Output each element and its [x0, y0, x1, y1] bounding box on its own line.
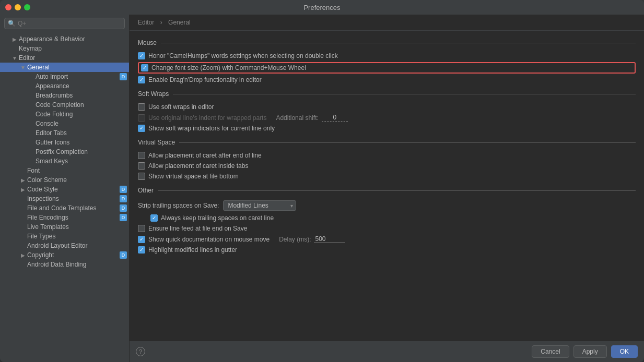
sidebar-item-code-completion[interactable]: Code Completion	[0, 100, 129, 110]
strip-trailing-label: Strip trailing spaces on Save:	[138, 202, 219, 209]
sidebar-item-keymap[interactable]: Keymap	[0, 44, 129, 53]
sidebar-item-label: Gutter Icons	[36, 139, 127, 146]
sidebar: 🔍 ▶ Appearance & Behavior Keymap ▼ Edito…	[0, 15, 130, 362]
sidebar-item-label: Font	[27, 167, 127, 174]
checkbox-drag-drop[interactable]	[138, 76, 145, 83]
maximize-button[interactable]	[24, 4, 30, 10]
checkbox-camel-humps[interactable]	[138, 52, 145, 59]
breadcrumb-current: General	[168, 19, 191, 26]
checkbox-keep-trailing-spaces[interactable]	[150, 214, 158, 222]
sidebar-item-editor[interactable]: ▼ Editor	[0, 53, 129, 63]
checkbox-highlight-modified[interactable]	[138, 246, 145, 254]
sidebar-item-code-folding[interactable]: Code Folding	[0, 110, 129, 119]
checkbox-show-virtual-space[interactable]	[138, 173, 145, 180]
sidebar-item-label: Keymap	[19, 45, 127, 52]
strip-trailing-select[interactable]: Modified Lines None Leading All	[223, 200, 296, 211]
sidebar-item-editor-tabs[interactable]: Editor Tabs	[0, 128, 129, 138]
sidebar-item-live-templates[interactable]: Live Templates	[0, 222, 129, 232]
breadcrumb-root: Editor	[138, 19, 154, 26]
sidebar-item-gutter-icons[interactable]: Gutter Icons	[0, 138, 129, 147]
checkbox-show-wrap-indicators[interactable]	[138, 125, 145, 132]
sidebar-item-label: File Types	[27, 233, 127, 240]
sidebar-item-label: Color Scheme	[27, 176, 127, 184]
content-area: Mouse Honor "CamelHumps" words settings …	[130, 31, 644, 341]
search-box[interactable]: 🔍	[4, 18, 125, 29]
expand-arrow: ▶	[19, 187, 27, 192]
setting-change-font-size: Change font size (Zoom) with Command+Mou…	[138, 62, 636, 74]
sidebar-item-appearance-behavior[interactable]: ▶ Appearance & Behavior	[0, 34, 129, 44]
sidebar-item-label: Code Folding	[36, 111, 127, 118]
addon-label: Additional shift:	[276, 114, 318, 122]
right-panel: Editor › General Mouse Honor "CamelHumps…	[130, 15, 644, 362]
setting-label: Highlight modified lines in gutter	[148, 246, 237, 254]
sidebar-item-color-scheme[interactable]: ▶ Color Scheme	[0, 175, 129, 185]
delay-input[interactable]	[314, 235, 345, 243]
section-header-soft-wraps: Soft Wraps	[138, 90, 636, 98]
sidebar-item-label: File and Code Templates	[27, 204, 118, 212]
minimize-button[interactable]	[15, 4, 21, 10]
sidebar-item-postfix-completion[interactable]: Postfix Completion	[0, 147, 129, 156]
sidebar-item-file-encodings[interactable]: File Encodings D	[0, 213, 129, 222]
badge-icon: D	[120, 186, 127, 193]
setting-label: Show soft wrap indicators for current li…	[148, 125, 275, 132]
sidebar-item-general[interactable]: ▼ General	[0, 63, 129, 72]
sidebar-item-breadcrumbs[interactable]: Breadcrumbs	[0, 91, 129, 100]
help-area: ?	[136, 347, 528, 356]
setting-show-wrap-indicators: Show soft wrap indicators for current li…	[138, 123, 636, 134]
sidebar-item-code-style[interactable]: ▶ Code Style D	[0, 185, 129, 194]
setting-allow-caret-after-end: Allow placement of caret after end of li…	[138, 150, 636, 161]
checkbox-allow-caret-after-end[interactable]	[138, 152, 145, 159]
breadcrumb: Editor › General	[130, 15, 644, 31]
expand-arrow: ▶	[10, 37, 19, 42]
checkbox-use-original-indent[interactable]	[138, 114, 145, 122]
setting-label: Use soft wraps in editor	[148, 103, 214, 111]
section-header-mouse: Mouse	[138, 39, 636, 46]
sidebar-item-copyright[interactable]: ▶ Copyright D	[0, 250, 129, 260]
sidebar-item-appearance[interactable]: Appearance	[0, 81, 129, 91]
window-title: Preferences	[303, 4, 340, 11]
sidebar-item-label: Breadcrumbs	[36, 92, 127, 99]
additional-shift-input[interactable]	[322, 114, 348, 122]
setting-label: Allow placement of caret inside tabs	[148, 162, 248, 170]
setting-label: Show quick documentation on mouse move	[148, 236, 270, 243]
close-button[interactable]	[5, 4, 11, 10]
badge-icon: D	[120, 251, 127, 259]
sidebar-item-console[interactable]: Console	[0, 119, 129, 128]
expand-arrow: ▶	[19, 252, 27, 258]
setting-show-virtual-space: Show virtual space at file bottom	[138, 171, 636, 182]
sidebar-item-font[interactable]: Font	[0, 166, 129, 175]
badge-icon: D	[120, 195, 127, 202]
sidebar-item-file-code-templates[interactable]: File and Code Templates D	[0, 203, 129, 213]
sidebar-item-file-types[interactable]: File Types	[0, 232, 129, 241]
sidebar-item-label: Smart Keys	[36, 158, 127, 165]
search-input[interactable]	[18, 20, 121, 27]
setting-label: Change font size (Zoom) with Command+Mou…	[151, 64, 306, 71]
checkbox-change-font-size[interactable]	[141, 64, 148, 71]
sidebar-item-label: Auto Import	[36, 73, 118, 80]
setting-use-original-indent: Use original line's indent for wrapped p…	[138, 112, 636, 123]
sidebar-item-label: Appearance	[36, 82, 127, 90]
checkbox-show-quick-doc[interactable]	[138, 236, 145, 243]
sidebar-item-auto-import[interactable]: Auto Import D	[0, 72, 129, 81]
checkbox-allow-caret-inside-tabs[interactable]	[138, 162, 145, 170]
sidebar-item-label: Console	[36, 120, 127, 127]
apply-button[interactable]: Apply	[573, 345, 607, 358]
sidebar-item-android-layout-editor[interactable]: Android Layout Editor	[0, 241, 129, 250]
sidebar-item-label: Live Templates	[27, 223, 127, 231]
expand-arrow: ▼	[10, 55, 19, 61]
delay-label: Delay (ms):	[279, 236, 311, 243]
search-icon: 🔍	[8, 20, 16, 27]
setting-label: Enable Drag'n'Drop functionality in edit…	[148, 76, 262, 83]
ok-button[interactable]: OK	[611, 345, 638, 358]
setting-drag-drop: Enable Drag'n'Drop functionality in edit…	[138, 75, 636, 85]
checkbox-ensure-line-feed[interactable]	[138, 225, 145, 232]
sidebar-item-inspections[interactable]: Inspections D	[0, 194, 129, 203]
setting-label: Use original line's indent for wrapped p…	[148, 114, 266, 122]
sidebar-item-android-data-binding[interactable]: Android Data Binding	[0, 260, 129, 269]
setting-camel-humps: Honor "CamelHumps" words settings when s…	[138, 51, 636, 61]
cancel-button[interactable]: Cancel	[532, 345, 569, 358]
sidebar-item-smart-keys[interactable]: Smart Keys	[0, 156, 129, 166]
help-button[interactable]: ?	[136, 347, 145, 356]
title-bar: Preferences	[0, 0, 644, 15]
checkbox-use-soft-wraps[interactable]	[138, 103, 145, 111]
